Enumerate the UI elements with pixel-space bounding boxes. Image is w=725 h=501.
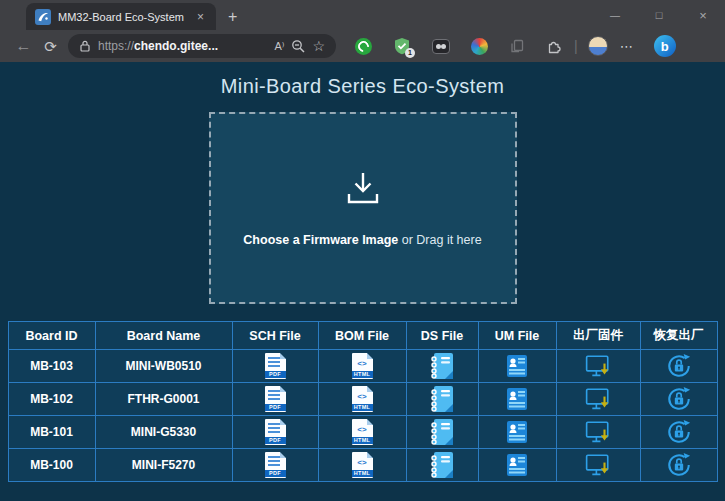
um-file-cell <box>478 383 556 416</box>
html-file-icon[interactable]: <>HTML <box>352 452 373 478</box>
page-title: Mini-Board Series Eco-System <box>0 75 725 98</box>
board-id-cell: MB-103 <box>8 350 95 383</box>
contact-card-icon[interactable] <box>504 418 530 446</box>
read-aloud-icon[interactable]: A⁾ <box>274 41 284 52</box>
reset-lock-icon[interactable] <box>666 385 692 413</box>
header-sch-file: SCH File <box>232 322 318 350</box>
code-glyph: <> <box>352 457 373 468</box>
ds-file-cell <box>406 416 478 449</box>
window-minimize-button[interactable]: — <box>593 10 637 21</box>
tab-strip: MM32-Board Eco-System × + — □ × <box>0 0 725 30</box>
board-id-cell: MB-101 <box>8 416 95 449</box>
pdf-file-icon[interactable]: PDF <box>265 452 286 478</box>
sch-file-cell: PDF <box>232 416 318 449</box>
refresh-button[interactable]: ⟳ <box>37 39 64 54</box>
header-um-file: UM File <box>478 322 556 350</box>
site-favicon-icon <box>35 9 51 25</box>
board-name-cell: FTHR-G0001 <box>95 383 232 416</box>
board-name-cell: MINI-WB0510 <box>95 350 232 383</box>
contact-card-icon[interactable] <box>504 451 530 479</box>
monitor-download-icon[interactable] <box>585 418 611 446</box>
reset-lock-icon[interactable] <box>666 418 692 446</box>
table-row: MB-102 FTHR-G0001 PDF <>HTML <box>8 383 717 416</box>
favorites-star-icon[interactable]: ☆ <box>312 39 325 53</box>
browser-window: MM32-Board Eco-System × + — □ × ← ⟳ http… <box>0 0 725 501</box>
doc-lines <box>268 423 280 434</box>
html-label: HTML <box>352 404 373 411</box>
code-glyph: <> <box>352 391 373 402</box>
html-file-icon[interactable]: <>HTML <box>352 386 373 412</box>
header-ds-file: DS File <box>406 322 478 350</box>
notebook-icon[interactable] <box>429 385 455 413</box>
monitor-download-icon[interactable] <box>585 385 611 413</box>
pdf-label: PDF <box>265 371 286 378</box>
new-tab-button[interactable]: + <box>228 9 237 25</box>
window-close-button[interactable]: × <box>681 8 725 23</box>
notebook-icon[interactable] <box>429 418 455 446</box>
browser-tab[interactable]: MM32-Board Eco-System × <box>26 3 216 30</box>
html-file-icon[interactable]: <>HTML <box>352 353 373 379</box>
html-label: HTML <box>352 437 373 444</box>
page-fold <box>280 419 286 425</box>
board-name-cell: MINI-G5330 <box>95 416 232 449</box>
factory-firmware-cell <box>556 383 640 416</box>
settings-more-icon[interactable]: ⋯ <box>620 39 634 54</box>
browser-toolbar: ← ⟳ https://chendo.gitee... A⁾ ☆ 1 | ⋯ b <box>0 30 725 62</box>
shield-extension-icon[interactable]: 1 <box>393 37 411 55</box>
monitor-download-icon[interactable] <box>585 451 611 479</box>
notebook-icon[interactable] <box>429 451 455 479</box>
bom-file-cell: <>HTML <box>318 416 406 449</box>
table-row: MB-101 MINI-G5330 PDF <>HTML <box>8 416 717 449</box>
contact-card-icon[interactable] <box>504 352 530 380</box>
download-tray-icon <box>340 169 386 209</box>
ds-file-cell <box>406 383 478 416</box>
tab-close-icon[interactable]: × <box>194 10 207 24</box>
reset-lock-icon[interactable] <box>666 451 692 479</box>
html-label: HTML <box>352 470 373 477</box>
html-file-icon[interactable]: <>HTML <box>352 419 373 445</box>
sch-file-cell: PDF <box>232 350 318 383</box>
address-bar[interactable]: https://chendo.gitee... A⁾ ☆ <box>68 34 336 58</box>
factory-firmware-cell <box>556 449 640 482</box>
header-factory-firmware: 出厂固件 <box>556 322 640 350</box>
pdf-file-icon[interactable]: PDF <box>265 353 286 379</box>
zoom-out-icon[interactable] <box>291 39 305 53</box>
goggles-extension-icon[interactable] <box>432 39 450 54</box>
choose-firmware-link[interactable]: Choose a Firmware Image <box>243 233 398 247</box>
shield-badge: 1 <box>405 48 415 58</box>
pdf-file-icon[interactable]: PDF <box>265 419 286 445</box>
ds-file-cell <box>406 350 478 383</box>
board-table: Board ID Board Name SCH File BOM File DS… <box>8 321 718 482</box>
notebook-icon[interactable] <box>429 352 455 380</box>
back-button[interactable]: ← <box>10 38 37 54</box>
puzzle-extensions-icon[interactable] <box>546 38 562 54</box>
window-maximize-button[interactable]: □ <box>637 9 681 21</box>
bom-file-cell: <>HTML <box>318 449 406 482</box>
factory-firmware-cell <box>556 350 640 383</box>
url-scheme: https:// <box>98 39 134 53</box>
pdf-file-icon[interactable]: PDF <box>265 386 286 412</box>
page-fold <box>280 353 286 359</box>
um-file-cell <box>478 350 556 383</box>
pdf-label: PDF <box>265 437 286 444</box>
table-row: MB-100 MINI-F5270 PDF <>HTML <box>8 449 717 482</box>
factory-reset-cell <box>640 383 717 416</box>
reset-lock-icon[interactable] <box>666 352 692 380</box>
url-host: chendo.gitee... <box>134 39 218 53</box>
green-extension-icon[interactable] <box>355 38 372 55</box>
toolbar-divider: | <box>574 38 578 54</box>
web-page: Mini-Board Series Eco-System Choose a Fi… <box>0 62 725 501</box>
bing-copilot-icon[interactable]: b <box>654 35 676 57</box>
monitor-download-icon[interactable] <box>585 352 611 380</box>
contact-card-icon[interactable] <box>504 385 530 413</box>
color-wheel-extension-icon[interactable] <box>471 38 488 55</box>
profile-avatar[interactable] <box>588 36 608 56</box>
firmware-dropzone[interactable]: Choose a Firmware Image or Drag it here <box>209 112 517 304</box>
code-glyph: <> <box>352 358 373 369</box>
table-row: MB-103 MINI-WB0510 PDF <>HTML <box>8 350 717 383</box>
copy-page-icon[interactable] <box>509 38 525 54</box>
doc-lines <box>268 357 280 368</box>
extensions-group: 1 <box>355 37 562 55</box>
bom-file-cell: <>HTML <box>318 383 406 416</box>
sch-file-cell: PDF <box>232 449 318 482</box>
